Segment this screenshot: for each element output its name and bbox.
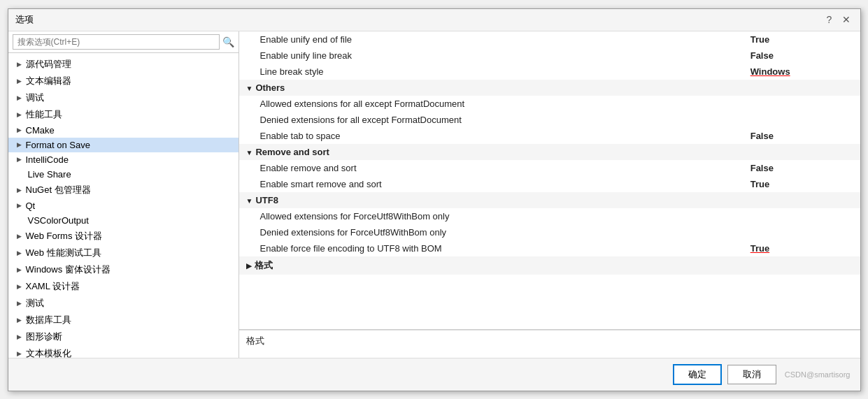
settings-setting-row: Enable unify line breakFalse — [239, 48, 860, 64]
settings-setting-row: Allowed extensions for all except Format… — [239, 96, 860, 112]
setting-value: True — [744, 176, 860, 192]
tree-arrow-icon: ▶ — [17, 94, 22, 101]
right-panel: Enable unify end of fileTrueEnable unify… — [239, 31, 860, 358]
settings-setting-row: Enable unify end of fileTrue — [239, 31, 860, 48]
tree-item-9[interactable]: ▶Qt — [8, 198, 239, 213]
tree-item-18[interactable]: ▶文本模板化 — [8, 345, 239, 358]
setting-label: Allowed extensions for all except Format… — [239, 96, 744, 112]
tree-item-0[interactable]: ▶源代码管理 — [8, 56, 239, 73]
title-bar: 选项 ? ✕ — [8, 9, 860, 31]
setting-value — [744, 96, 860, 112]
tree-arrow-icon: ▶ — [17, 283, 22, 290]
ok-button[interactable]: 确定 — [673, 364, 722, 385]
tree-arrow-icon: ▶ — [17, 266, 22, 273]
tree-item-10[interactable]: VSColorOutput — [8, 213, 239, 228]
tree-item-label: Qt — [26, 201, 36, 211]
setting-label: Enable force file encoding to UTF8 with … — [239, 240, 744, 256]
tree-item-label: IntelliCode — [26, 154, 69, 165]
settings-setting-row: Denied extensions for ForceUtf8WithBom o… — [239, 224, 860, 240]
setting-label: Enable tab to space — [239, 128, 744, 144]
tree-item-12[interactable]: ▶Web 性能测试工具 — [8, 245, 239, 261]
tree-arrow-icon: ▶ — [17, 61, 22, 68]
tree-item-3[interactable]: ▶性能工具 — [8, 106, 239, 123]
tree-item-label: 调试 — [26, 92, 44, 104]
group-expand-icon: ▶ — [246, 262, 252, 270]
tree-item-label: Format on Save — [26, 140, 91, 150]
tree-arrow-icon: ▶ — [17, 350, 22, 357]
search-icon[interactable]: 🔍 — [222, 36, 234, 48]
setting-value — [744, 224, 860, 240]
dialog-title: 选项 — [15, 13, 34, 26]
tree-item-label: VSColorOutput — [28, 215, 89, 226]
tree-arrow-icon: ▶ — [17, 300, 22, 307]
cancel-button[interactable]: 取消 — [727, 365, 776, 384]
tree-item-label: Web Forms 设计器 — [26, 230, 103, 242]
tree-item-17[interactable]: ▶图形诊断 — [8, 328, 239, 345]
tree-item-label: Web 性能测试工具 — [26, 247, 101, 259]
tree-item-label: 文本编辑器 — [26, 75, 71, 87]
setting-value: False — [744, 160, 860, 176]
tree-item-label: CMake — [26, 125, 55, 136]
setting-label: Line break style — [239, 64, 744, 80]
settings-group-row[interactable]: ▶格式 — [239, 256, 860, 275]
settings-setting-row: Allowed extensions for ForceUtf8WithBom … — [239, 208, 860, 224]
tree-item-label: 图形诊断 — [26, 331, 62, 343]
setting-label: Allowed extensions for ForceUtf8WithBom … — [239, 208, 744, 224]
tree-item-1[interactable]: ▶文本编辑器 — [8, 73, 239, 89]
search-box: 🔍 — [8, 31, 239, 53]
setting-label: Denied extensions for ForceUtf8WithBom o… — [239, 224, 744, 240]
tree-item-label: Live Share — [28, 169, 71, 180]
tree-item-2[interactable]: ▶调试 — [8, 89, 239, 106]
setting-value — [744, 208, 860, 224]
tree-item-8[interactable]: ▶NuGet 包管理器 — [8, 182, 239, 198]
tree-arrow-icon: ▶ — [17, 233, 22, 240]
settings-content-table: Enable unify end of fileTrueEnable unify… — [239, 31, 860, 275]
tree-item-label: Windows 窗体设计器 — [26, 263, 111, 276]
settings-group-row[interactable]: ▼UTF8 — [239, 192, 860, 208]
tree-item-13[interactable]: ▶Windows 窗体设计器 — [8, 261, 239, 278]
tree-item-7[interactable]: Live Share — [8, 167, 239, 182]
setting-value: True — [744, 240, 860, 256]
group-expand-icon: ▼ — [246, 149, 253, 157]
tree-item-4[interactable]: ▶CMake — [8, 123, 239, 138]
settings-group-row[interactable]: ▼Remove and sort — [239, 144, 860, 160]
tree-arrow-icon: ▶ — [17, 156, 22, 163]
tree-item-label: XAML 设计器 — [26, 280, 80, 293]
bottom-panel: 格式 — [239, 330, 860, 358]
tree-arrow-icon: ▶ — [17, 187, 22, 194]
setting-label: Denied extensions for all except FormatD… — [239, 112, 744, 128]
tree-item-5[interactable]: ▶Format on Save — [8, 138, 239, 152]
setting-label: Enable unify line break — [239, 48, 744, 64]
tree-arrow-icon: ▶ — [17, 333, 22, 340]
settings-setting-row: Enable tab to spaceFalse — [239, 128, 860, 144]
tree-item-11[interactable]: ▶Web Forms 设计器 — [8, 228, 239, 245]
close-button[interactable]: ✕ — [839, 13, 853, 27]
tree-item-15[interactable]: ▶测试 — [8, 295, 239, 312]
setting-value: Windows — [744, 64, 860, 80]
setting-label: Enable remove and sort — [239, 160, 744, 176]
search-input[interactable] — [13, 34, 220, 50]
settings-setting-row: Enable smart remove and sortTrue — [239, 176, 860, 192]
setting-value — [744, 112, 860, 128]
group-expand-icon: ▼ — [246, 85, 253, 92]
group-label: UTF8 — [255, 195, 278, 205]
tree-item-label: 数据库工具 — [26, 314, 71, 326]
left-panel: 🔍 ▶源代码管理▶文本编辑器▶调试▶性能工具▶CMake▶Format on S… — [8, 31, 239, 358]
tree-arrow-icon: ▶ — [17, 126, 22, 133]
help-button[interactable]: ? — [823, 13, 837, 27]
watermark: CSDN@smartisorg — [785, 370, 851, 379]
bottom-panel-label: 格式 — [246, 335, 264, 346]
tree-arrow-icon: ▶ — [17, 202, 22, 209]
dialog-footer: 确定 取消 CSDN@smartisorg — [8, 358, 860, 391]
tree-item-14[interactable]: ▶XAML 设计器 — [8, 278, 239, 295]
setting-label: Enable smart remove and sort — [239, 176, 744, 192]
tree-item-16[interactable]: ▶数据库工具 — [8, 312, 239, 328]
tree-arrow-icon: ▶ — [17, 317, 22, 324]
options-dialog: 选项 ? ✕ 🔍 ▶源代码管理▶文本编辑器▶调试▶性能工具▶CMake▶Form… — [8, 8, 861, 391]
settings-setting-row: Enable force file encoding to UTF8 with … — [239, 240, 860, 256]
tree-item-6[interactable]: ▶IntelliCode — [8, 152, 239, 167]
tree-item-label: 文本模板化 — [26, 347, 71, 358]
group-label: Others — [255, 82, 285, 93]
tree-arrow-icon: ▶ — [17, 111, 22, 118]
settings-group-row[interactable]: ▼Others — [239, 80, 860, 96]
